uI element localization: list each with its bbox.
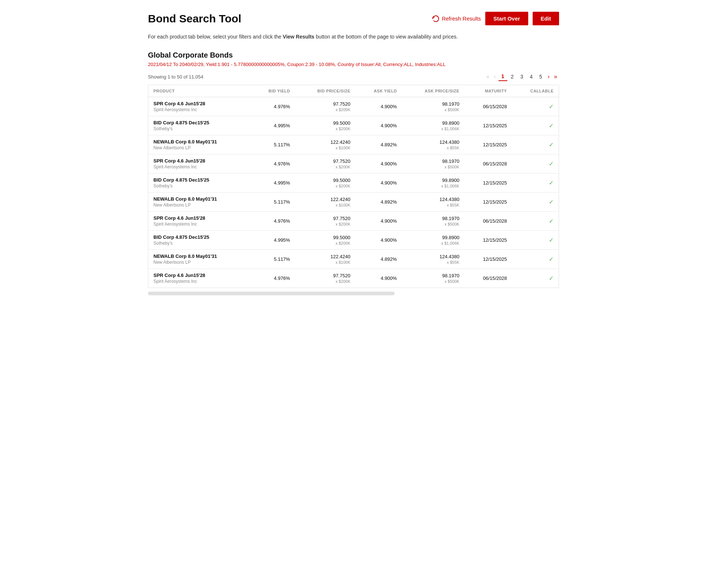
cell-ask-yield-9: 4.900% (356, 269, 402, 288)
cell-product-6: SPR Corp 4.6 Jun15'28 Spirit Aerosystems… (148, 212, 251, 231)
product-name-9: SPR Corp 4.6 Jun15'28 (153, 273, 246, 278)
cell-ask-price-5: 124.4380 x $55K (402, 193, 464, 212)
product-issuer-1: Sotheby's (153, 126, 246, 131)
callable-check-icon: ✓ (549, 161, 554, 167)
callable-check-icon: ✓ (549, 142, 554, 148)
product-issuer-5: New Albertsons LP (153, 202, 246, 208)
col-bid-price-size: BID PRICE/SIZE (295, 85, 355, 97)
results-table: PRODUCT BID YIELD BID PRICE/SIZE ASK YIE… (148, 85, 559, 288)
results-bar: Showing 1 to 50 of 11,054 « ‹ 1 2 3 4 5 … (148, 72, 559, 81)
cell-callable-0: ✓ (512, 97, 559, 116)
product-issuer-0: Spirit Aerosystems Inc (153, 107, 246, 112)
start-over-button[interactable]: Start Over (485, 12, 528, 25)
cell-product-0: SPR Corp 4.6 Jun15'28 Spirit Aerosystems… (148, 97, 251, 116)
subtitle-bold: View Results (283, 34, 314, 40)
cell-ask-price-8: 124.4380 x $55K (402, 250, 464, 269)
cell-product-4: BID Corp 4.875 Dec15'25 Sotheby's (148, 174, 251, 193)
cell-ask-yield-0: 4.900% (356, 97, 402, 116)
cell-product-9: SPR Corp 4.6 Jun15'28 Spirit Aerosystems… (148, 269, 251, 288)
table-row: BID Corp 4.875 Dec15'25 Sotheby's 4.995%… (148, 231, 559, 250)
cell-maturity-6: 06/15/2028 (464, 212, 512, 231)
pagination-page-1[interactable]: 1 (498, 72, 507, 81)
cell-ask-yield-8: 4.892% (356, 250, 402, 269)
table-row: BID Corp 4.875 Dec15'25 Sotheby's 4.995%… (148, 174, 559, 193)
page-title: Bond Search Tool (148, 12, 241, 25)
scrollbar[interactable] (148, 292, 395, 295)
filter-summary: 2021/04/12 To 2040/02/29, Yield:1.901 - … (148, 62, 559, 67)
col-callable: CALLABLE (512, 85, 559, 97)
cell-bid-price-1: 99.5000 x $200K (295, 116, 355, 135)
product-name-3: SPR Corp 4.6 Jun15'28 (153, 158, 246, 164)
cell-ask-yield-2: 4.892% (356, 135, 402, 154)
cell-bid-yield-0: 4.976% (251, 97, 296, 116)
subtitle-line1: For each product tab below, select your … (148, 34, 283, 40)
cell-bid-yield-2: 5.117% (251, 135, 296, 154)
cell-ask-yield-1: 4.900% (356, 116, 402, 135)
edit-button[interactable]: Edit (533, 12, 559, 25)
results-count: Showing 1 to 50 of 11,054 (148, 74, 203, 80)
cell-maturity-3: 06/15/2028 (464, 154, 512, 174)
cell-bid-price-0: 97.7520 x $200K (295, 97, 355, 116)
product-issuer-4: Sotheby's (153, 183, 246, 189)
cell-product-1: BID Corp 4.875 Dec15'25 Sotheby's (148, 116, 251, 135)
table-row: SPR Corp 4.6 Jun15'28 Spirit Aerosystems… (148, 154, 559, 174)
cell-maturity-9: 06/15/2028 (464, 269, 512, 288)
cell-maturity-4: 12/15/2025 (464, 174, 512, 193)
cell-ask-price-9: 98.1970 x $500K (402, 269, 464, 288)
product-name-8: NEWALB Corp 8.0 May01'31 (153, 253, 246, 259)
cell-callable-8: ✓ (512, 250, 559, 269)
cell-callable-6: ✓ (512, 212, 559, 231)
filter-summary-text: 2021/04/12 To 2040/02/29, Yield:1.901 - … (148, 62, 446, 67)
cell-maturity-0: 06/15/2028 (464, 97, 512, 116)
refresh-button[interactable]: Refresh Results (432, 15, 481, 22)
page-header: Bond Search Tool Refresh Results Start O… (148, 12, 559, 25)
table-row: SPR Corp 4.6 Jun15'28 Spirit Aerosystems… (148, 97, 559, 116)
cell-bid-price-2: 122.4240 x $100K (295, 135, 355, 154)
cell-bid-price-5: 122.4240 x $100K (295, 193, 355, 212)
pagination-next[interactable]: › (546, 73, 551, 80)
col-ask-yield: ASK YIELD (356, 85, 402, 97)
product-name-7: BID Corp 4.875 Dec15'25 (153, 234, 246, 240)
cell-bid-yield-3: 4.976% (251, 154, 296, 174)
cell-bid-price-7: 99.5000 x $200K (295, 231, 355, 250)
table-row: SPR Corp 4.6 Jun15'28 Spirit Aerosystems… (148, 212, 559, 231)
table-row: BID Corp 4.875 Dec15'25 Sotheby's 4.995%… (148, 116, 559, 135)
cell-ask-price-4: 99.8900 x $1,006K (402, 174, 464, 193)
table-row: NEWALB Corp 8.0 May01'31 New Albertsons … (148, 135, 559, 154)
table-row: NEWALB Corp 8.0 May01'31 New Albertsons … (148, 193, 559, 212)
cell-product-7: BID Corp 4.875 Dec15'25 Sotheby's (148, 231, 251, 250)
subtitle-line2: button at the bottom of the page to view… (314, 34, 458, 40)
cell-product-3: SPR Corp 4.6 Jun15'28 Spirit Aerosystems… (148, 154, 251, 174)
table-row: SPR Corp 4.6 Jun15'28 Spirit Aerosystems… (148, 269, 559, 288)
cell-callable-4: ✓ (512, 174, 559, 193)
refresh-icon (432, 15, 439, 22)
pagination-page-2[interactable]: 2 (508, 73, 517, 81)
section-title: Global Corporate Bonds (148, 51, 559, 59)
cell-bid-yield-9: 4.976% (251, 269, 296, 288)
product-name-1: BID Corp 4.875 Dec15'25 (153, 120, 246, 125)
cell-maturity-2: 12/15/2025 (464, 135, 512, 154)
product-issuer-2: New Albertsons LP (153, 145, 246, 150)
cell-maturity-1: 12/15/2025 (464, 116, 512, 135)
pagination-first[interactable]: « (485, 73, 492, 80)
subtitle: For each product tab below, select your … (148, 33, 559, 41)
cell-callable-3: ✓ (512, 154, 559, 174)
col-product: PRODUCT (148, 85, 251, 97)
pagination-page-3[interactable]: 3 (517, 73, 526, 81)
product-name-5: NEWALB Corp 8.0 May01'31 (153, 196, 246, 202)
pagination-page-5[interactable]: 5 (536, 73, 545, 81)
product-issuer-8: New Albertsons LP (153, 260, 246, 265)
cell-maturity-7: 12/15/2025 (464, 231, 512, 250)
cell-bid-yield-5: 5.117% (251, 193, 296, 212)
cell-callable-1: ✓ (512, 116, 559, 135)
table-body: SPR Corp 4.6 Jun15'28 Spirit Aerosystems… (148, 97, 559, 288)
callable-check-icon: ✓ (549, 275, 554, 281)
pagination-page-4[interactable]: 4 (527, 73, 536, 81)
header-actions: Refresh Results Start Over Edit (432, 12, 559, 25)
product-name-2: NEWALB Corp 8.0 May01'31 (153, 139, 246, 145)
pagination-last[interactable]: » (552, 73, 559, 80)
cell-callable-5: ✓ (512, 193, 559, 212)
callable-check-icon: ✓ (549, 123, 554, 129)
pagination-prev[interactable]: ‹ (492, 73, 497, 80)
cell-ask-yield-5: 4.892% (356, 193, 402, 212)
